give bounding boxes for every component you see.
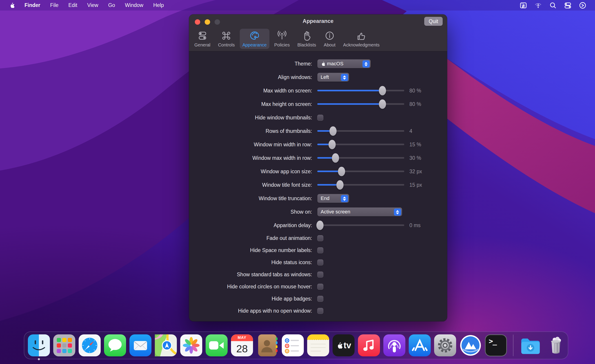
dock-tv[interactable]: tv	[333, 334, 354, 356]
photos-icon	[180, 334, 202, 356]
setting-value: 0 ms	[409, 222, 421, 228]
show-on-select[interactable]: Active screen	[317, 207, 402, 216]
dock-photos[interactable]	[180, 334, 202, 356]
control-center-icon[interactable]	[564, 2, 572, 9]
setting-row-hide-apps-no-window: Hide apps with no open window:	[189, 305, 447, 317]
setting-value: 4	[409, 128, 412, 134]
setting-label: Hide colored circles on mouse hover:	[189, 284, 312, 290]
menu-app-name[interactable]: Finder	[24, 2, 40, 8]
dock-music[interactable]	[358, 334, 380, 356]
dock-contacts[interactable]	[256, 334, 278, 356]
window-title-truncation-select[interactable]: End	[317, 194, 349, 203]
dock-downloads[interactable]	[519, 334, 542, 356]
slider-thumb[interactable]	[379, 99, 386, 109]
rows-of-thumbnails-slider[interactable]	[317, 126, 404, 136]
menu-window[interactable]: Window	[125, 2, 143, 8]
hide-status-icons-checkbox[interactable]	[317, 259, 323, 266]
hide-space-number-labels-checkbox[interactable]	[317, 247, 323, 253]
contacts-icon	[256, 334, 278, 356]
setting-label: Window app icon size:	[189, 169, 312, 175]
show-standard-tabs-checkbox[interactable]	[317, 272, 323, 278]
zoom-button-disabled	[215, 19, 220, 25]
title-bar[interactable]: Appearance Quit	[189, 14, 447, 28]
window-title: Appearance	[303, 18, 333, 24]
setting-label: Theme:	[189, 61, 312, 67]
tab-about[interactable]: About	[321, 29, 338, 49]
setting-value: 80 %	[409, 101, 421, 107]
dock-launchpad[interactable]	[53, 334, 75, 356]
menu-go[interactable]: Go	[108, 2, 115, 8]
window-title-font-size-slider[interactable]	[317, 180, 404, 190]
setting-value: 15 %	[409, 142, 421, 148]
tab-policies[interactable]: Policies	[272, 29, 293, 49]
dock-mail[interactable]	[129, 334, 151, 356]
hide-window-thumbnails-checkbox[interactable]	[317, 115, 323, 121]
dock-podcasts[interactable]	[383, 334, 405, 356]
session-chevron-icon[interactable]	[579, 2, 587, 9]
toolbar-tabs: General Controls	[189, 28, 447, 51]
spotlight-search-icon[interactable]	[549, 2, 557, 9]
setting-label: Window title truncation:	[189, 195, 312, 201]
menu-edit[interactable]: Edit	[68, 2, 77, 8]
menu-help[interactable]: Help	[153, 2, 164, 8]
tab-controls[interactable]: Controls	[215, 29, 237, 49]
safari-icon	[79, 334, 101, 356]
apple-menu[interactable]	[9, 2, 14, 8]
dock-finder[interactable]	[28, 334, 50, 356]
slider-thumb[interactable]	[379, 86, 386, 95]
alttab-preferences-window: Appearance Quit General	[189, 14, 447, 321]
theme-select[interactable]: macOS	[317, 59, 371, 68]
setting-row-hide-thumbnails: Hide window thumbnails:	[189, 111, 447, 124]
hide-colored-circles-checkbox[interactable]	[317, 284, 323, 290]
window-app-icon-size-slider[interactable]	[317, 166, 404, 176]
setting-label: Hide window thumbnails:	[189, 115, 312, 121]
music-icon	[358, 334, 380, 356]
slider-thumb[interactable]	[328, 140, 336, 149]
apparition-delay-slider[interactable]	[317, 220, 404, 230]
max-width-slider[interactable]	[317, 86, 404, 96]
align-windows-select[interactable]: Left	[317, 73, 349, 82]
tab-appearance[interactable]: Appearance	[240, 29, 269, 49]
system-preferences-icon	[434, 334, 456, 356]
dock-system-preferences[interactable]	[434, 334, 456, 356]
minimize-button[interactable]	[205, 19, 210, 25]
dock-terminal[interactable]: >_	[485, 334, 507, 356]
dock-notes[interactable]	[307, 334, 329, 356]
window-max-width-slider[interactable]	[317, 153, 404, 163]
dock-reminders[interactable]	[282, 334, 304, 356]
tab-general[interactable]: General	[192, 29, 213, 49]
menu-view[interactable]: View	[87, 2, 98, 8]
dock-safari[interactable]	[79, 334, 101, 356]
setting-row-show-on: Show on: Active screen	[189, 205, 447, 219]
dock-maps[interactable]	[155, 334, 177, 356]
dock-messages[interactable]	[104, 334, 126, 356]
tab-acknowledgments[interactable]: Acknowledgments	[340, 29, 382, 49]
hide-app-badges-checkbox[interactable]	[317, 296, 323, 302]
menu-file[interactable]: File	[50, 2, 58, 8]
dock-appstore[interactable]	[409, 334, 431, 356]
max-height-slider[interactable]	[317, 99, 404, 109]
slider-thumb[interactable]	[329, 126, 337, 136]
close-button[interactable]	[195, 19, 200, 25]
window-switcher-icon[interactable]	[519, 2, 527, 9]
wifi-warning-icon[interactable]	[534, 2, 542, 9]
slider-thumb[interactable]	[336, 180, 344, 190]
window-min-width-slider[interactable]	[317, 140, 404, 150]
dock: MAY 28	[24, 331, 568, 359]
select-value: Left	[321, 74, 329, 80]
hand-icon	[301, 31, 312, 41]
setting-label: Window max width in row:	[189, 155, 312, 161]
quit-button[interactable]: Quit	[424, 17, 443, 26]
hide-apps-no-window-checkbox[interactable]	[317, 308, 323, 314]
slider-thumb[interactable]	[332, 153, 339, 163]
setting-row-fade-out: Fade out animation:	[189, 232, 447, 244]
slider-thumb[interactable]	[338, 167, 345, 176]
fade-out-animation-checkbox[interactable]	[317, 235, 323, 241]
tab-blacklists[interactable]: Blacklists	[295, 29, 319, 49]
slider-thumb[interactable]	[316, 221, 324, 230]
dock-alttab[interactable]	[460, 334, 482, 356]
dock-separator	[513, 335, 513, 356]
dock-trash[interactable]	[545, 334, 567, 356]
dock-facetime[interactable]	[205, 334, 228, 356]
dock-calendar[interactable]: MAY 28	[231, 334, 253, 356]
